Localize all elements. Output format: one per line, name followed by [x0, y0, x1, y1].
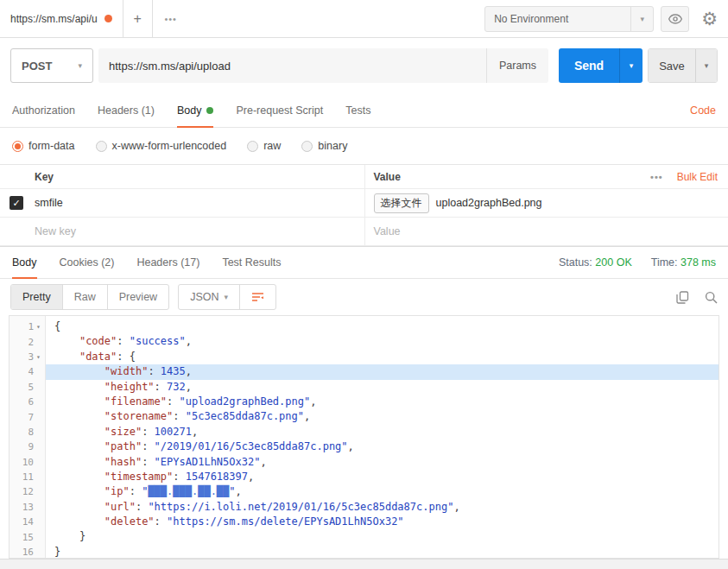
- line-number[interactable]: 8: [9, 425, 45, 439]
- code-link[interactable]: Code: [690, 93, 716, 127]
- tab-headers[interactable]: Headers (1): [98, 93, 155, 127]
- tab-body[interactable]: Body: [177, 93, 214, 127]
- kv-check-cell-empty: [0, 218, 33, 245]
- code-line[interactable]: }: [46, 529, 719, 544]
- time-label: Time:: [651, 256, 678, 269]
- radio-icon: [96, 141, 107, 152]
- code-line[interactable]: "filename": "upload2graphBed.png",: [46, 395, 719, 409]
- line-number[interactable]: 12: [9, 484, 45, 499]
- tab-options-button[interactable]: •••: [153, 0, 189, 37]
- line-number[interactable]: 5: [9, 380, 45, 395]
- radio-selected-icon: [12, 141, 23, 152]
- chevron-down-icon: ▾: [224, 293, 228, 301]
- form-data-table: Key Value ••• Bulk Edit ✓ smfile 选择文件 up…: [0, 164, 728, 246]
- code-line[interactable]: "height": 732,: [46, 380, 719, 395]
- line-number[interactable]: 4: [9, 364, 45, 379]
- tab-authorization[interactable]: Authorization: [12, 93, 75, 127]
- save-options-button[interactable]: ▾: [695, 49, 717, 82]
- code-line[interactable]: "delete": "https://sm.ms/delete/EPYsAD1L…: [46, 515, 719, 529]
- tab-tests[interactable]: Tests: [345, 93, 370, 127]
- new-tab-button[interactable]: +: [123, 0, 153, 37]
- line-number[interactable]: 11: [9, 470, 45, 484]
- chevron-down-icon: ▾: [630, 7, 653, 31]
- code-line[interactable]: }: [46, 545, 719, 558]
- response-tab-headers[interactable]: Headers (17): [136, 247, 199, 278]
- save-button[interactable]: Save: [649, 49, 695, 82]
- key-column-header: Key: [33, 165, 364, 188]
- environment-controls: No Environment ▾ ⚙: [484, 0, 728, 37]
- send-options-button[interactable]: ▾: [619, 48, 643, 83]
- code-line[interactable]: "ip": "███.███.██.██",: [46, 484, 719, 499]
- method-select[interactable]: POST ▾: [10, 48, 93, 83]
- response-toolbar: Pretty Raw Preview JSON ▾: [0, 279, 728, 315]
- new-key-input[interactable]: New key: [33, 218, 364, 245]
- fold-arrow-icon[interactable]: ▾: [34, 323, 43, 331]
- value-cell: 选择文件 upload2graphBed.png: [364, 189, 728, 217]
- bulk-edit-link[interactable]: Bulk Edit: [677, 171, 718, 183]
- code-line[interactable]: "size": 100271,: [46, 425, 719, 439]
- response-tab-body[interactable]: Body: [12, 247, 37, 278]
- beautify-button[interactable]: [239, 285, 275, 309]
- code-line[interactable]: "code": "success",: [46, 334, 719, 349]
- choose-file-button[interactable]: 选择文件: [374, 193, 429, 213]
- tab-pre-request-script[interactable]: Pre-request Script: [236, 93, 323, 127]
- line-number[interactable]: 6: [9, 395, 45, 409]
- code-line[interactable]: "hash": "EPYsAD1LhN5Ox32",: [46, 455, 719, 470]
- url-field[interactable]: https://sm.ms/api/upload Params: [98, 48, 548, 83]
- line-number[interactable]: 16: [9, 545, 45, 559]
- line-number[interactable]: 7: [9, 409, 45, 424]
- kv-check-cell: ✓: [0, 189, 33, 217]
- line-number[interactable]: 2: [9, 334, 45, 349]
- key-input[interactable]: smfile: [33, 189, 364, 217]
- mode-x-www-form-urlencoded[interactable]: x-www-form-urlencoded: [96, 140, 227, 152]
- view-preview-button[interactable]: Preview: [107, 285, 168, 309]
- request-tab[interactable]: https://sm.ms/api/u: [0, 0, 123, 37]
- kv-more-button[interactable]: •••: [650, 172, 663, 182]
- environment-selector[interactable]: No Environment ▾: [484, 6, 654, 32]
- view-pretty-button[interactable]: Pretty: [11, 285, 62, 309]
- code-line[interactable]: "path": "/2019/01/16/5c3ec85dda87c.png",: [46, 439, 719, 454]
- view-mode-group: Pretty Raw Preview: [10, 284, 169, 310]
- code-line[interactable]: "storename": "5c3ec85dda87c.png",: [46, 409, 719, 424]
- body-type-selector: form-data x-www-form-urlencoded raw bina…: [0, 128, 728, 164]
- line-number-gutter[interactable]: 1▾23▾45678910111213141516: [9, 316, 46, 558]
- params-button[interactable]: Params: [486, 48, 548, 83]
- line-number[interactable]: 15: [9, 529, 45, 544]
- format-select[interactable]: JSON ▾: [179, 285, 239, 309]
- fold-arrow-icon[interactable]: ▾: [34, 353, 43, 361]
- format-group: JSON ▾: [178, 284, 276, 310]
- copy-icon[interactable]: [676, 291, 689, 304]
- code-line[interactable]: "width": 1435,: [46, 364, 719, 379]
- environment-quicklook-button[interactable]: [661, 6, 689, 32]
- code-line[interactable]: "data": {: [46, 350, 719, 364]
- send-button[interactable]: Send: [559, 48, 619, 83]
- eye-icon: [668, 14, 682, 24]
- line-number[interactable]: 10: [9, 455, 45, 470]
- code-line[interactable]: "timestamp": 1547618397,: [46, 470, 719, 484]
- save-split-button: Save ▾: [648, 48, 718, 83]
- row-checkbox-checked[interactable]: ✓: [9, 196, 23, 210]
- mode-raw-label: raw: [263, 140, 281, 152]
- response-tab-test-results[interactable]: Test Results: [222, 247, 281, 278]
- code-line[interactable]: {: [46, 319, 719, 334]
- new-value-input[interactable]: Value: [364, 218, 728, 245]
- line-number[interactable]: 9: [9, 439, 45, 454]
- line-number[interactable]: 14: [9, 515, 45, 529]
- line-number[interactable]: 13: [9, 500, 45, 515]
- mode-raw[interactable]: raw: [247, 140, 281, 152]
- kv-row-new: New key Value: [0, 218, 728, 246]
- url-input[interactable]: https://sm.ms/api/upload: [98, 60, 486, 73]
- line-number[interactable]: 1▾: [9, 319, 45, 334]
- response-tab-cookies[interactable]: Cookies (2): [60, 247, 115, 278]
- view-raw-button[interactable]: Raw: [62, 285, 107, 309]
- mode-form-data[interactable]: form-data: [12, 140, 75, 152]
- code-content[interactable]: { "code": "success", "data": { "width": …: [46, 316, 719, 558]
- code-line[interactable]: "url": "https://i.loli.net/2019/01/16/5c…: [46, 500, 719, 515]
- status-value: 200 OK: [595, 256, 631, 269]
- body-content-dot: [206, 107, 213, 114]
- settings-gear-icon[interactable]: ⚙: [701, 9, 718, 28]
- line-number[interactable]: 3▾: [9, 350, 45, 364]
- mode-binary[interactable]: binary: [301, 140, 347, 152]
- kv-row-smfile: ✓ smfile 选择文件 upload2graphBed.png: [0, 189, 728, 218]
- search-icon[interactable]: [705, 291, 718, 304]
